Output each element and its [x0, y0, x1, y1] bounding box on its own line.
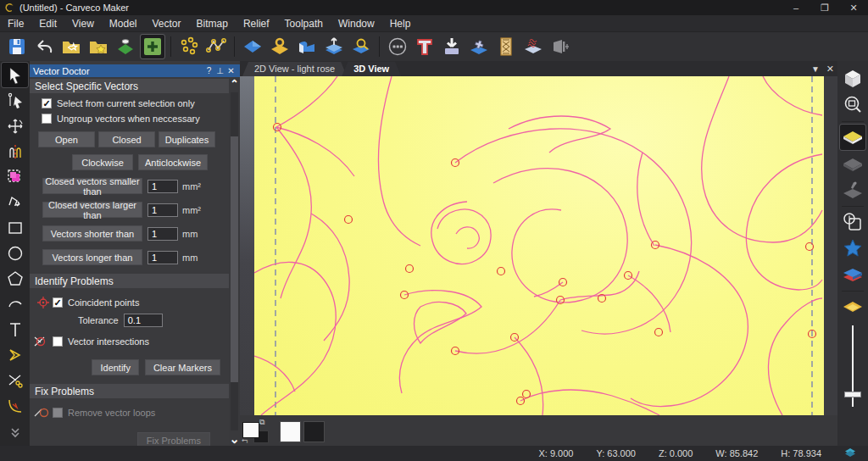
text-tool-icon[interactable]: [413, 35, 437, 58]
slider-handle[interactable]: [844, 392, 861, 397]
texture-weave-icon[interactable]: [494, 35, 518, 58]
primary-colour-chip[interactable]: [242, 422, 259, 438]
trim-icon[interactable]: [2, 368, 28, 392]
view-list-dropdown-icon[interactable]: ▼: [811, 64, 820, 74]
relief-plane-icon[interactable]: [840, 294, 865, 319]
node-create-icon[interactable]: [114, 35, 137, 58]
section-select-specific-vectors[interactable]: Select Specific Vectors: [30, 79, 229, 93]
status-layers-icon[interactable]: [844, 447, 856, 459]
block-copy-icon[interactable]: [2, 164, 28, 189]
clear-markers-button[interactable]: Clear Markers: [145, 359, 220, 375]
tab-3d-view[interactable]: 3D View: [342, 62, 401, 76]
open-button[interactable]: Open: [38, 131, 95, 147]
select-icon[interactable]: [2, 63, 28, 87]
model-canvas[interactable]: [254, 76, 824, 415]
preview-tool-off-icon[interactable]: [840, 177, 865, 203]
menu-view[interactable]: View: [64, 15, 102, 32]
preview-relief-off-icon[interactable]: [840, 151, 865, 176]
shorter-than-button[interactable]: Vectors shorter than: [42, 225, 142, 242]
scrollbar-thumb[interactable]: [231, 136, 238, 382]
menu-edit[interactable]: Edit: [31, 15, 64, 32]
menu-help[interactable]: Help: [382, 15, 419, 32]
text-icon[interactable]: [2, 317, 28, 342]
tab-2d-view-light-rose[interactable]: 2D View - light rose: [242, 62, 347, 76]
duplicates-button[interactable]: Duplicates: [159, 131, 215, 147]
zoom-object-icon[interactable]: [840, 92, 865, 118]
iso-view-icon[interactable]: [840, 66, 865, 92]
menu-bitmap[interactable]: Bitmap: [189, 15, 236, 32]
open-folder-icon[interactable]: [59, 35, 83, 58]
closed-larger-button[interactable]: Closed vectors larger than: [42, 202, 142, 218]
favorites-folder-icon[interactable]: [86, 35, 110, 58]
relief-wedge-icon[interactable]: [295, 35, 319, 58]
arc-icon[interactable]: [2, 292, 28, 316]
circle-icon[interactable]: [2, 241, 28, 265]
restore-button[interactable]: ❐: [810, 0, 839, 15]
identify-button[interactable]: Identify: [92, 359, 138, 375]
palette-swatch-white[interactable]: [280, 421, 301, 442]
checkbox-ungroup[interactable]: ✓: [42, 114, 52, 124]
fit-polyline-icon[interactable]: [204, 35, 228, 58]
relief-donut-icon[interactable]: [268, 35, 292, 58]
export-model-icon[interactable]: [548, 35, 572, 58]
node-editing-icon[interactable]: [2, 88, 28, 113]
checkbox-row-current-selection[interactable]: ✓ Select from current selection only: [42, 98, 229, 108]
vector-points-icon[interactable]: [177, 35, 201, 58]
polygon-icon[interactable]: [2, 266, 28, 291]
view-close-icon[interactable]: ✕: [826, 64, 834, 75]
longer-than-input[interactable]: 1: [147, 251, 178, 264]
scroll-down-button[interactable]: ⌄: [229, 432, 240, 446]
relief-inspect-icon[interactable]: [349, 35, 373, 58]
vector-doctor-icon[interactable]: [2, 342, 28, 367]
simulate-outline-icon[interactable]: [840, 209, 865, 235]
add-new-icon[interactable]: [141, 35, 164, 58]
checkbox-row-ungroup[interactable]: ✓ Ungroup vectors when neccessary: [42, 114, 229, 124]
scrollbar-track[interactable]: [231, 92, 238, 430]
preview-relief-icon[interactable]: [840, 125, 865, 150]
menu-relief[interactable]: Relief: [236, 15, 277, 32]
panel-help-button[interactable]: ?: [203, 66, 214, 75]
menu-window[interactable]: Window: [331, 15, 382, 32]
smooth-relief-icon[interactable]: [521, 35, 545, 58]
closed-larger-input[interactable]: 1: [147, 203, 178, 217]
closed-button[interactable]: Closed: [98, 131, 155, 147]
panel-pin-button[interactable]: ⊥: [214, 66, 225, 75]
checkbox-current-selection[interactable]: ✓: [42, 98, 52, 108]
transform-icon[interactable]: [2, 114, 28, 138]
section-identify-problems[interactable]: Identify Problems: [30, 274, 229, 288]
menu-toolpath[interactable]: Toolpath: [277, 15, 331, 32]
longer-than-button[interactable]: Vectors longer than: [42, 249, 142, 265]
rectangle-icon[interactable]: [2, 215, 28, 240]
mirror-icon[interactable]: [2, 139, 28, 164]
combine-relief-icon[interactable]: [467, 35, 491, 58]
toolpath-dots-icon[interactable]: [386, 35, 409, 58]
checkbox-coincident-points[interactable]: ✓: [53, 297, 63, 308]
closed-smaller-button[interactable]: Closed vectors smaller than: [42, 178, 142, 194]
fillet-icon[interactable]: [2, 393, 28, 418]
menu-model[interactable]: Model: [102, 15, 145, 32]
menu-vector[interactable]: Vector: [145, 15, 189, 32]
shorter-than-input[interactable]: 1: [147, 227, 178, 241]
tolerance-input[interactable]: 0.1: [124, 314, 163, 327]
scroll-up-button[interactable]: ⌃: [229, 77, 240, 91]
relief-layers-icon[interactable]: [840, 262, 865, 287]
minimize-button[interactable]: –: [782, 0, 810, 15]
preview-star-icon[interactable]: [840, 236, 865, 261]
colour-chips[interactable]: ⧉ ⮢: [242, 419, 271, 443]
panel-close-button[interactable]: ✕: [225, 66, 236, 75]
polyline-icon[interactable]: [2, 190, 28, 214]
relief-raise-icon[interactable]: [322, 35, 346, 58]
palette-swatch-black[interactable]: [303, 421, 325, 442]
save-icon[interactable]: [5, 35, 29, 58]
undo-icon[interactable]: [32, 35, 56, 58]
anticlockwise-button[interactable]: Anticlockwise: [138, 154, 208, 170]
closed-smaller-input[interactable]: 1: [147, 180, 178, 193]
close-button[interactable]: ✕: [839, 0, 868, 15]
swap-colours-icon[interactable]: ⧉: [259, 418, 264, 427]
relief-diamond-icon[interactable]: [241, 35, 264, 58]
clockwise-button[interactable]: Clockwise: [72, 154, 133, 170]
view-zoom-slider[interactable]: [840, 325, 865, 407]
import-relief-icon[interactable]: [440, 35, 464, 58]
menu-file[interactable]: File: [0, 15, 31, 32]
more-tools-icon[interactable]: [2, 419, 28, 443]
